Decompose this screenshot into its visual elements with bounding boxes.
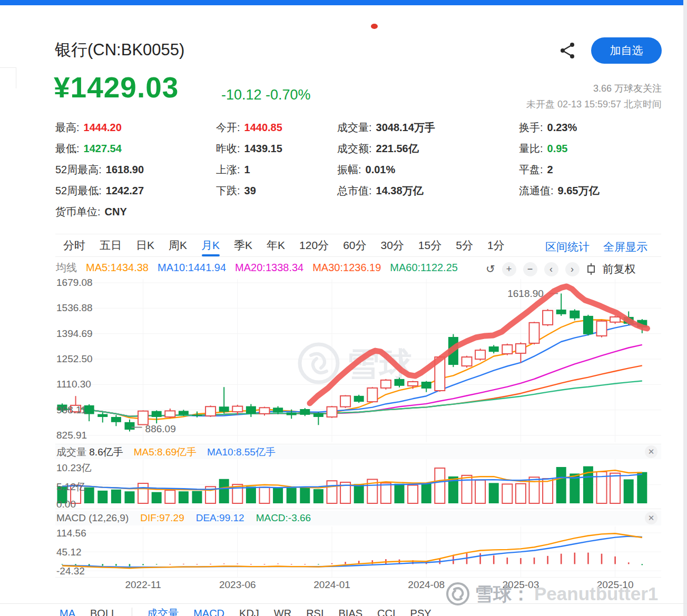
tab-周K[interactable]: 周K [169,234,187,256]
chart-controls: ↺ + − ‹ › 前复权 [486,262,636,276]
macd-header: MACD (12,26,9) DIF:97.29DEA:99.12MACD:-3… [55,511,661,525]
stat-value: 1242.27 [106,185,144,197]
stats-column-1: 最高:1444.20最低:1427.5452周最高:1618.9052周最低:1… [55,117,144,222]
price-change: -10.12 -0.70% [221,87,311,103]
pan-left-icon[interactable]: ‹ [544,262,558,276]
current-price: ¥1429.03 [54,71,179,104]
tab-120分[interactable]: 120分 [299,234,329,256]
tab-年K[interactable]: 年K [267,234,285,256]
macd-legend-item: DIF:97.29 [140,512,184,524]
macd-chart[interactable] [55,526,661,577]
market-status: 未开盘 02-13 15:59:57 北京时间 [476,98,662,111]
stat-value: 2 [547,164,553,176]
stat-item: 昨收:1439.15 [216,138,282,159]
pan-right-icon[interactable]: › [565,262,580,276]
add-watchlist-button[interactable]: 加自选 [591,37,662,64]
xueqiu-logo-icon [445,581,470,607]
stat-label: 成交量: [337,121,372,135]
tab-30分[interactable]: 30分 [380,234,404,256]
ma-legend-item: MA10:1441.94 [158,262,226,274]
price-y-tick: 1252.50 [56,353,93,365]
macd-y-tick: 45.12 [56,547,82,558]
price-y-tick: 968.11 [56,404,86,416]
tab-分时[interactable]: 分时 [63,234,85,256]
macd-legend-item: DEA:99.12 [196,512,244,524]
ma-legend-title: 均线 [56,261,77,275]
stat-label: 52周最低: [55,184,102,198]
stat-item: 上涨:1 [216,159,282,180]
stat-value: 39 [244,185,256,197]
stat-label: 量比: [519,142,543,156]
left-panel-edge-v [16,67,16,88]
zoom-out-icon[interactable]: − [523,262,537,276]
stat-value: 1618.90 [106,164,144,176]
volume-header: 成交量 8.6亿手 MA5:8.69亿手MA10:8.55亿手 [55,445,661,459]
indicator-tab-RSI[interactable]: RSI [306,608,323,616]
stat-item: 最高:1444.20 [55,117,144,138]
adjust-mode-label[interactable]: 前复权 [603,262,636,276]
stat-value: 3048.14万手 [376,121,435,135]
indicator-tab-MA[interactable]: MA [60,608,75,616]
tab-季K[interactable]: 季K [234,234,252,256]
stat-item: 货币单位:CNY [55,201,144,222]
stat-item: 换手:0.23% [519,117,600,138]
stats-column-3: 成交量:3048.14万手成交额:221.56亿振幅:0.01%总市值:14.3… [337,117,435,201]
tab-60分[interactable]: 60分 [343,234,366,256]
x-axis-tick: 2025-10 [597,579,634,591]
indicator-tab-BOLL[interactable]: BOLL [90,608,117,616]
volume-label: 成交量 [56,446,86,458]
tab-日K[interactable]: 日K [136,234,154,256]
indicator-tab-PSY[interactable]: PSY [410,608,431,616]
ma-legend: 均线MA5:1434.38MA10:1441.94MA20:1338.34MA3… [56,261,458,275]
indicator-tab-BIAS[interactable]: BIAS [339,608,363,616]
stat-item: 今开:1440.85 [216,117,282,138]
x-axis-tick: 2025-03 [503,579,539,591]
divider [55,509,661,509]
volume-y-tick: 5.12亿 [56,480,86,494]
tab-1分[interactable]: 1分 [487,234,505,256]
tab-divider [132,608,132,616]
macd-label: MACD (12,26,9) [56,512,129,524]
stat-label: 振幅: [337,163,361,177]
indicator-tab-CCI[interactable]: CCI [377,608,395,616]
volume-chart[interactable] [55,459,661,504]
macd-legend-item: MACD:-3.66 [256,512,311,524]
undo-icon[interactable]: ↺ [486,263,495,275]
share-icon[interactable] [558,41,577,60]
tab-月K[interactable]: 月K [201,234,220,256]
tab-五日[interactable]: 五日 [100,234,122,256]
x-axis-tick: 2024-01 [313,579,350,591]
stock-page: 银行(CN:BK0055) ¥1429.03 -10.12 -0.70% 加自选… [0,0,687,616]
indicator-tabs: MABOLL成交量MACDKDJWRRSIBIASCCIPSY [55,605,661,616]
stat-label: 下跌: [216,184,240,198]
stat-value: 14.38万亿 [376,184,424,198]
link-全屏显示[interactable]: 全屏显示 [603,240,647,254]
tab-5分[interactable]: 5分 [456,234,473,256]
divider [55,577,661,578]
zoom-in-icon[interactable]: + [502,262,516,276]
stat-item: 52周最高:1618.90 [55,159,144,180]
stat-label: 最低: [55,142,80,156]
stat-label: 上涨: [216,163,240,177]
stat-label: 货币单位: [55,205,101,219]
close-macd-icon[interactable]: ✕ [645,512,657,524]
range-links: 区间统计全屏显示 [545,240,647,254]
indicator-tab-成交量[interactable]: 成交量 [147,607,179,616]
stat-item: 流通值:9.65万亿 [519,180,600,201]
x-axis-tick: 2024-08 [408,579,445,591]
candle-style-icon[interactable] [586,263,596,275]
tab-15分[interactable]: 15分 [418,234,441,256]
stat-value: 0.01% [366,164,396,176]
stat-value: CNY [105,206,127,218]
indicator-tab-MACD[interactable]: MACD [193,608,224,616]
price-candlestick-chart[interactable]: 雪球 [55,279,661,442]
indicator-tab-KDJ[interactable]: KDJ [239,608,259,616]
stat-item: 下跌:39 [216,180,282,201]
link-区间统计[interactable]: 区间统计 [545,240,590,254]
macd-y-tick: -24.32 [56,565,85,577]
stat-value: 1440.85 [244,122,282,134]
stat-value: 1 [244,164,250,176]
close-volume-icon[interactable]: ✕ [645,445,657,458]
followers-count: 3.66 万球友关注 [503,82,662,95]
indicator-tab-WR[interactable]: WR [274,608,291,616]
